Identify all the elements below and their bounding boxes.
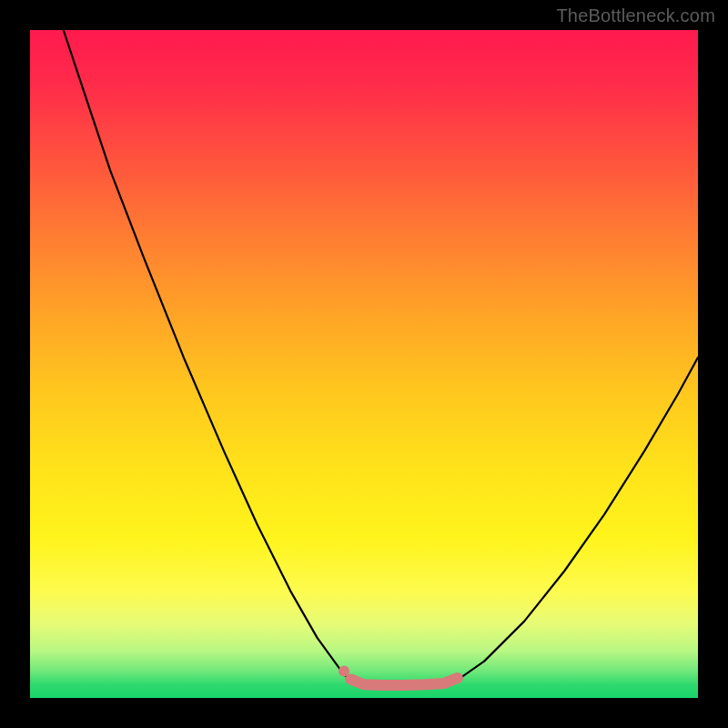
chart-svg: [30, 30, 698, 698]
main-curve: [64, 30, 698, 686]
pink-dot-marker: [339, 666, 349, 677]
pink-flat-overlay: [350, 678, 458, 685]
watermark-text: TheBottleneck.com: [556, 5, 715, 26]
plot-area: [30, 30, 698, 698]
chart-frame: TheBottleneck.com: [0, 0, 728, 728]
